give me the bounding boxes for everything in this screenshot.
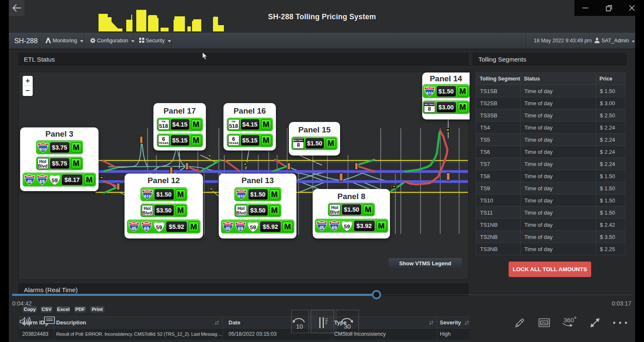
svg-text:10: 10 [296, 323, 303, 330]
svg-text:360: 360 [564, 316, 574, 324]
svg-text:30: 30 [344, 323, 351, 330]
